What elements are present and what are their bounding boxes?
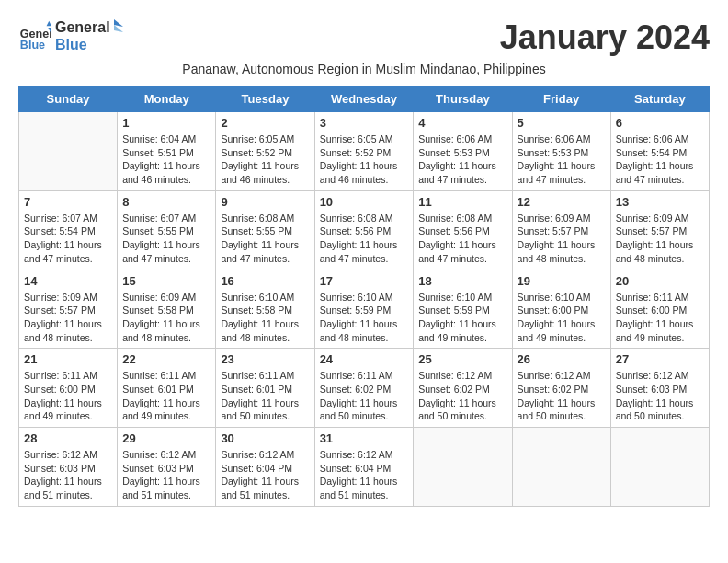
day-info: Sunrise: 6:08 AMSunset: 5:56 PMDaylight:… [418,212,506,266]
day-number: 18 [418,274,506,288]
day-number: 29 [122,431,210,445]
calendar-cell: 7Sunrise: 6:07 AMSunset: 5:54 PMDaylight… [19,190,118,270]
day-number: 2 [221,116,309,130]
day-number: 17 [320,274,409,288]
calendar-cell: 6Sunrise: 6:06 AMSunset: 5:54 PMDaylight… [610,112,709,191]
day-info: Sunrise: 6:10 AMSunset: 5:58 PMDaylight:… [221,291,309,345]
day-info: Sunrise: 6:09 AMSunset: 5:57 PMDaylight:… [616,212,704,266]
day-info: Sunrise: 6:07 AMSunset: 5:55 PMDaylight:… [122,212,210,266]
calendar-cell: 5Sunrise: 6:06 AMSunset: 5:53 PMDaylight… [512,112,610,191]
day-info: Sunrise: 6:06 AMSunset: 5:54 PMDaylight:… [616,132,704,187]
day-info: Sunrise: 6:10 AMSunset: 5:59 PMDaylight:… [418,291,506,345]
day-info: Sunrise: 6:09 AMSunset: 5:57 PMDaylight:… [518,212,606,266]
calendar-cell: 17Sunrise: 6:10 AMSunset: 5:59 PMDayligh… [314,270,414,349]
calendar-cell: 15Sunrise: 6:09 AMSunset: 5:58 PMDayligh… [118,270,216,349]
day-info: Sunrise: 6:12 AMSunset: 6:02 PMDaylight:… [518,369,606,423]
day-number: 25 [418,352,506,366]
svg-marker-2 [47,21,51,26]
day-number: 7 [24,195,112,209]
svg-marker-4 [114,19,123,27]
day-number: 1 [122,116,210,130]
day-number: 6 [616,116,704,130]
day-info: Sunrise: 6:12 AMSunset: 6:03 PMDaylight:… [122,448,210,502]
day-info: Sunrise: 6:11 AMSunset: 6:02 PMDaylight:… [320,369,409,423]
day-number: 12 [518,195,606,209]
day-info: Sunrise: 6:07 AMSunset: 5:54 PMDaylight:… [24,212,112,266]
day-number: 10 [320,195,409,209]
calendar-cell: 27Sunrise: 6:12 AMSunset: 6:03 PMDayligh… [610,349,709,428]
day-info: Sunrise: 6:12 AMSunset: 6:04 PMDaylight:… [221,448,309,502]
day-info: Sunrise: 6:11 AMSunset: 6:00 PMDaylight:… [24,369,112,423]
calendar-cell: 26Sunrise: 6:12 AMSunset: 6:02 PMDayligh… [512,349,610,428]
day-info: Sunrise: 6:06 AMSunset: 5:53 PMDaylight:… [418,132,506,187]
day-info: Sunrise: 6:08 AMSunset: 5:56 PMDaylight:… [320,212,409,266]
calendar-cell: 25Sunrise: 6:12 AMSunset: 6:02 PMDayligh… [414,349,512,428]
header-friday: Friday [512,86,610,112]
day-info: Sunrise: 6:11 AMSunset: 6:00 PMDaylight:… [616,291,704,345]
day-number: 28 [24,431,112,445]
calendar-cell: 14Sunrise: 6:09 AMSunset: 5:57 PMDayligh… [19,270,118,349]
logo-general: General [55,18,110,36]
day-info: Sunrise: 6:12 AMSunset: 6:03 PMDaylight:… [24,448,112,502]
logo-blue: Blue [55,36,110,53]
header-thursday: Thursday [414,86,512,112]
day-info: Sunrise: 6:04 AMSunset: 5:51 PMDaylight:… [122,132,210,187]
calendar-cell [19,112,118,191]
calendar-cell: 23Sunrise: 6:11 AMSunset: 6:01 PMDayligh… [216,349,314,428]
calendar-cell: 2Sunrise: 6:05 AMSunset: 5:52 PMDaylight… [216,112,314,191]
day-info: Sunrise: 6:11 AMSunset: 6:01 PMDaylight:… [221,369,309,423]
day-number: 24 [320,352,409,366]
calendar-cell: 8Sunrise: 6:07 AMSunset: 5:55 PMDaylight… [118,190,216,270]
day-number: 14 [24,274,112,288]
day-number: 5 [518,116,606,130]
day-info: Sunrise: 6:08 AMSunset: 5:55 PMDaylight:… [221,212,309,266]
calendar-cell: 16Sunrise: 6:10 AMSunset: 5:58 PMDayligh… [216,270,314,349]
calendar-week-row: 7Sunrise: 6:07 AMSunset: 5:54 PMDaylight… [19,190,710,270]
calendar-week-row: 21Sunrise: 6:11 AMSunset: 6:00 PMDayligh… [19,349,710,428]
calendar-cell: 19Sunrise: 6:10 AMSunset: 6:00 PMDayligh… [512,270,610,349]
calendar-cell: 3Sunrise: 6:05 AMSunset: 5:52 PMDaylight… [314,112,414,191]
calendar-cell: 13Sunrise: 6:09 AMSunset: 5:57 PMDayligh… [610,190,709,270]
calendar-cell: 1Sunrise: 6:04 AMSunset: 5:51 PMDaylight… [118,112,216,191]
day-number: 23 [221,352,309,366]
calendar-cell: 20Sunrise: 6:11 AMSunset: 6:00 PMDayligh… [610,270,709,349]
day-info: Sunrise: 6:05 AMSunset: 5:52 PMDaylight:… [320,132,409,187]
weekday-header-row: Sunday Monday Tuesday Wednesday Thursday… [19,86,710,112]
calendar-week-row: 1Sunrise: 6:04 AMSunset: 5:51 PMDaylight… [19,112,710,191]
day-info: Sunrise: 6:06 AMSunset: 5:53 PMDaylight:… [518,132,606,187]
day-info: Sunrise: 6:05 AMSunset: 5:52 PMDaylight:… [221,132,309,187]
logo-bird-icon [105,17,123,45]
day-number: 22 [122,352,210,366]
svg-text:Blue: Blue [20,39,45,52]
calendar-cell: 21Sunrise: 6:11 AMSunset: 6:00 PMDayligh… [19,349,118,428]
header-sunday: Sunday [19,86,118,112]
calendar-cell: 10Sunrise: 6:08 AMSunset: 5:56 PMDayligh… [314,190,414,270]
calendar-cell: 24Sunrise: 6:11 AMSunset: 6:02 PMDayligh… [314,349,414,428]
header-wednesday: Wednesday [314,86,414,112]
calendar-week-row: 28Sunrise: 6:12 AMSunset: 6:03 PMDayligh… [19,428,710,507]
calendar-cell [512,428,610,507]
calendar-subtitle: Pananaw, Autonomous Region in Muslim Min… [18,62,710,76]
calendar-cell: 9Sunrise: 6:08 AMSunset: 5:55 PMDaylight… [216,190,314,270]
calendar-week-row: 14Sunrise: 6:09 AMSunset: 5:57 PMDayligh… [19,270,710,349]
day-number: 31 [320,431,409,445]
header-tuesday: Tuesday [216,86,314,112]
header-monday: Monday [118,86,216,112]
page-wrapper: General Blue General Blue January 2024 P… [18,18,710,507]
day-number: 16 [221,274,309,288]
day-number: 3 [320,116,409,130]
calendar-cell: 4Sunrise: 6:06 AMSunset: 5:53 PMDaylight… [414,112,512,191]
header-saturday: Saturday [610,86,709,112]
day-info: Sunrise: 6:12 AMSunset: 6:03 PMDaylight:… [616,369,704,423]
header: General Blue General Blue January 2024 [18,18,710,57]
day-number: 9 [221,195,309,209]
day-number: 11 [418,195,506,209]
calendar-cell: 22Sunrise: 6:11 AMSunset: 6:01 PMDayligh… [118,349,216,428]
day-number: 19 [518,274,606,288]
day-number: 15 [122,274,210,288]
logo: General Blue General Blue [18,18,123,53]
calendar-cell: 29Sunrise: 6:12 AMSunset: 6:03 PMDayligh… [118,428,216,507]
day-number: 20 [616,274,704,288]
day-number: 21 [24,352,112,366]
logo-icon: General Blue [18,19,51,52]
